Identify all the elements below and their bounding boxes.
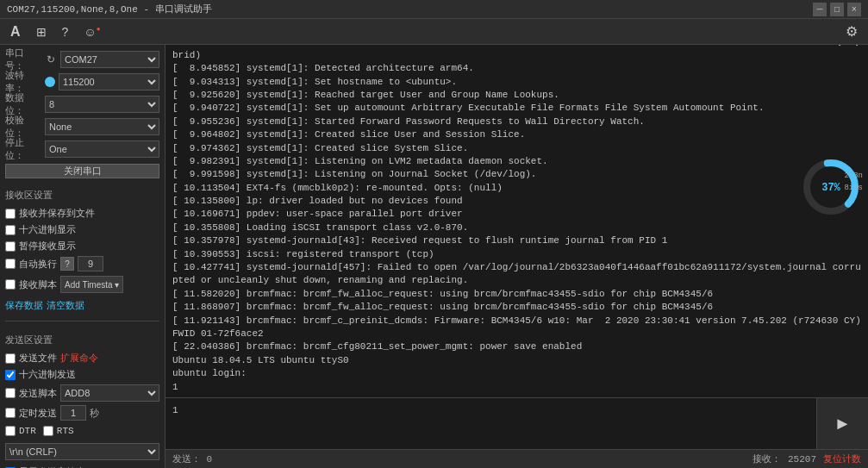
input-area: 1 ► bbox=[165, 397, 868, 449]
sec-label: 秒 bbox=[90, 407, 99, 420]
rx-save-file-row[interactable]: 接收并保存到文件 bbox=[5, 207, 159, 220]
terminal-line: [ 9.940722] systemd[1]: Set up automount… bbox=[172, 102, 861, 115]
port-row: 串口号： ↻ COM27 bbox=[5, 50, 159, 69]
timed-send-checkbox[interactable] bbox=[5, 408, 16, 418]
auto-newline-help-button[interactable]: ? bbox=[60, 257, 74, 271]
image-button[interactable]: ⊞ bbox=[33, 23, 50, 41]
send-script-checkbox[interactable] bbox=[5, 388, 16, 398]
stop-bits-label: 停止位： bbox=[5, 136, 41, 162]
terminal-line: [ 11.868907] brcmfmac: brcmf_fw_alloc_re… bbox=[172, 301, 861, 314]
hex-send-row[interactable]: 十六进制发送 bbox=[5, 368, 159, 381]
send-script-checkbox-row[interactable]: 发送脚本 bbox=[5, 387, 57, 400]
suffix-section: \r\n (CRLF) bbox=[5, 443, 159, 460]
parity-select[interactable]: None bbox=[45, 118, 159, 135]
terminal-output: 8.921025] systemd[1]: systemd 237 runnin… bbox=[165, 45, 868, 397]
gauge-side-labels: 2.8n 8ios bbox=[844, 170, 863, 195]
send-count-value: 0 bbox=[207, 454, 213, 465]
recv-count-value: 25207 bbox=[788, 454, 816, 465]
send-file-checkbox[interactable] bbox=[5, 353, 16, 364]
send-file-label: 发送文件 bbox=[19, 352, 57, 365]
terminal-wrapper: 37% 2.8n 8ios 8.921025] systemd[1]: syst… bbox=[165, 45, 868, 449]
hex-send-checkbox[interactable] bbox=[5, 370, 16, 380]
terminal-line: [ 10.357978] systemd-journald[43]: Recei… bbox=[172, 234, 861, 247]
stop-bits-row: 停止位： One bbox=[5, 140, 159, 159]
pause-display-row[interactable]: 暂停接收显示 bbox=[5, 240, 159, 253]
timed-send-row: 定时发送 秒 bbox=[5, 405, 159, 421]
rx-script-row: 接收脚本 Add Timesta ▾ bbox=[5, 275, 159, 294]
rts-checkbox[interactable] bbox=[43, 426, 53, 436]
dtr-checkbox[interactable] bbox=[5, 426, 16, 436]
terminal-line: [ 9.925620] systemd[1]: Reached target U… bbox=[172, 89, 861, 102]
terminal-line: [ 10.390553] iscsi: registered transport… bbox=[172, 248, 861, 261]
rx-script-checkbox[interactable] bbox=[5, 279, 16, 290]
suffix-select[interactable]: \r\n (CRLF) bbox=[5, 443, 159, 460]
terminal-line: [ 10.113504] EXT4-fs (mmcblk0p2): re-mou… bbox=[172, 182, 861, 195]
hex-display-checkbox[interactable] bbox=[5, 225, 16, 235]
settings-button[interactable]: ⚙ bbox=[842, 22, 861, 41]
send-file-checkbox-row[interactable]: 发送文件 bbox=[5, 352, 57, 365]
send-script-label: 发送脚本 bbox=[19, 387, 57, 400]
terminal-line: [ 10.355808] Loading iSCSI transport cla… bbox=[172, 222, 861, 234]
reset-stats-button[interactable]: 复位计数 bbox=[823, 452, 861, 465]
left-panel: 串口号： ↻ COM27 波特率： 115200 数据位： 8 校验位： Non… bbox=[0, 45, 165, 468]
send-button[interactable]: ► bbox=[816, 398, 868, 449]
hex-display-row[interactable]: 十六进制显示 bbox=[5, 223, 159, 236]
dtr-checkbox-row[interactable]: DTR bbox=[5, 426, 36, 436]
baud-indicator bbox=[45, 77, 55, 87]
auto-newline-checkbox[interactable] bbox=[5, 259, 16, 269]
timed-send-checkbox-row[interactable]: 定时发送 bbox=[5, 407, 57, 420]
add-timestamp-label: Add Timesta bbox=[65, 280, 113, 290]
timed-send-input[interactable] bbox=[60, 405, 86, 421]
stop-bits-select[interactable]: One bbox=[45, 140, 159, 158]
auto-newline-input[interactable] bbox=[78, 256, 103, 271]
pause-display-label: 暂停接收显示 bbox=[19, 240, 76, 253]
action-buttons: 保存数据 清空数据 bbox=[5, 299, 159, 312]
maximize-button[interactable]: □ bbox=[830, 3, 844, 16]
title-bar-title: COM27,115200,None,8,One - 串口调试助手 bbox=[7, 3, 212, 16]
rx-settings-title: 接收区设置 bbox=[5, 187, 159, 203]
terminal-line: [ 9.974362] systemd[1]: Created slice Sy… bbox=[172, 142, 861, 155]
emoji-button[interactable]: ☺● bbox=[80, 23, 103, 41]
terminal-line: [ 22.040386] brcmfmac: brcmf_cfg80211_se… bbox=[172, 340, 861, 353]
title-bar-left: COM27,115200,None,8,One - 串口调试助手 bbox=[7, 3, 212, 16]
font-button[interactable]: A bbox=[7, 22, 24, 41]
terminal-line: [ 11.582020] brcmfmac: brcmf_fw_alloc_re… bbox=[172, 288, 861, 301]
minimize-button[interactable]: ─ bbox=[813, 3, 827, 16]
add-timestamp-button[interactable]: Add Timesta ▾ bbox=[60, 276, 123, 293]
clear-data-button[interactable]: 清空数据 bbox=[47, 299, 84, 312]
rts-label: RTS bbox=[57, 426, 74, 436]
auto-send-row: 自动换行 ? bbox=[5, 256, 159, 271]
extend-cmd-button[interactable]: 扩展命令 bbox=[60, 352, 98, 365]
rts-checkbox-row[interactable]: RTS bbox=[43, 426, 74, 436]
data-bits-select[interactable]: 8 bbox=[45, 96, 159, 113]
hex-send-label: 十六进制发送 bbox=[19, 368, 76, 381]
close-button[interactable]: × bbox=[847, 3, 861, 16]
baud-select[interactable]: 115200 bbox=[59, 73, 159, 90]
gauge-container: 37% 2.8n 8ios bbox=[801, 157, 861, 217]
hex-display-label: 十六进制显示 bbox=[19, 223, 76, 236]
terminal-line: [ 9.034313] systemd[1]: Set hostname to … bbox=[172, 76, 861, 89]
auto-newline-label: 自动换行 bbox=[19, 258, 57, 271]
terminal-input[interactable]: 1 bbox=[165, 398, 816, 449]
toolbar: A ⊞ ? ☺● ⚙ bbox=[0, 19, 868, 45]
rx-save-file-checkbox[interactable] bbox=[5, 209, 16, 219]
parity-row: 校验位： None bbox=[5, 117, 159, 136]
save-data-button[interactable]: 保存数据 bbox=[5, 299, 43, 312]
terminal-line: [ 9.991598] systemd[1]: Listening on Jou… bbox=[172, 168, 861, 181]
close-port-button[interactable]: 关闭串口 bbox=[5, 164, 159, 178]
send-script-select[interactable]: ADD8 bbox=[60, 384, 159, 402]
terminal-line: [ 8.945852] systemd[1]: Detected archite… bbox=[172, 62, 861, 75]
rx-script-checkbox-row[interactable]: 接收脚本 bbox=[5, 278, 57, 291]
auto-newline-row[interactable]: 自动换行 bbox=[5, 258, 57, 271]
terminal-line: 8.921025] systemd[1]: systemd 237 runnin… bbox=[172, 45, 861, 62]
terminal-line: [ 9.955236] systemd[1]: Started Forward … bbox=[172, 115, 861, 128]
port-refresh-button[interactable]: ↻ bbox=[45, 53, 57, 66]
gauge-label-1: 2.8n bbox=[844, 170, 863, 182]
send-count-label: 发送： bbox=[172, 454, 201, 465]
title-bar: COM27,115200,None,8,One - 串口调试助手 ─ □ × bbox=[0, 0, 868, 19]
port-select[interactable]: COM27 bbox=[60, 51, 159, 68]
rx-save-file-label: 接收并保存到文件 bbox=[19, 207, 95, 220]
pause-display-checkbox[interactable] bbox=[5, 241, 16, 252]
help-button[interactable]: ? bbox=[59, 23, 72, 41]
rx-script-label: 接收脚本 bbox=[19, 278, 57, 291]
